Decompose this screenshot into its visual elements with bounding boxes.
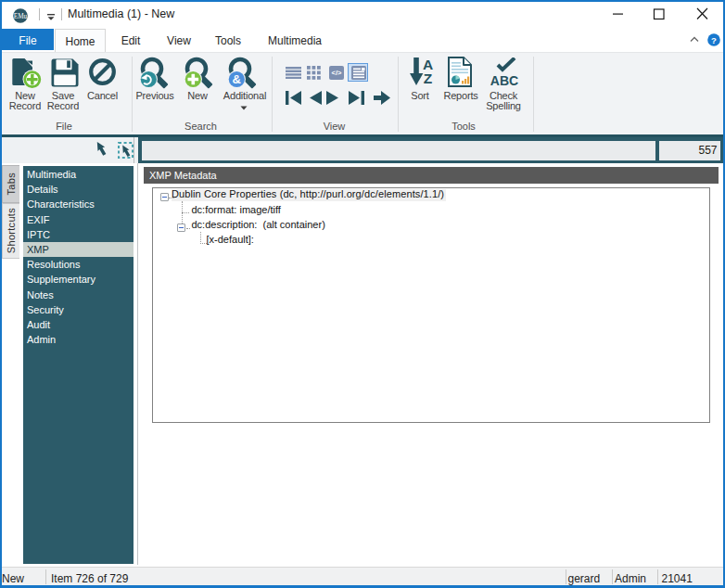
- titlebar-separator-2: [61, 8, 62, 20]
- svg-text:?: ?: [711, 35, 717, 45]
- previous-label: Previous: [132, 91, 178, 101]
- sidebar-tab-tabs[interactable]: Tabs: [2, 165, 19, 203]
- field-bar-row: 557: [2, 137, 723, 163]
- label-line: Spelling: [486, 100, 521, 111]
- collapse-expander-icon[interactable]: [177, 224, 185, 232]
- maximize-button[interactable]: [639, 2, 680, 29]
- first-record-icon[interactable]: [286, 91, 301, 105]
- new-search-label: New: [174, 91, 221, 101]
- main-panel: XMP Metadata Dublin Core Properties (dc,…: [138, 163, 723, 565]
- sidebar-item-resolutions[interactable]: Resolutions: [23, 257, 134, 272]
- sidebar-item-notes[interactable]: Notes: [23, 288, 134, 302]
- ribbon: NewRecord SaveRecord Cancel: [2, 52, 723, 134]
- minimize-button[interactable]: [598, 2, 639, 29]
- label-line: Record: [47, 100, 79, 111]
- app-window: EMu Multimedia (1) - New File Home Edit …: [0, 0, 725, 588]
- svg-text:</>: </>: [332, 69, 342, 77]
- help-icon[interactable]: ?: [707, 33, 720, 46]
- quick-access-dropdown-icon[interactable]: [46, 14, 57, 21]
- sidebar-item-supplementary[interactable]: Supplementary: [23, 272, 134, 287]
- svg-text:ABC: ABC: [490, 73, 518, 87]
- status-role: Admin: [615, 572, 646, 585]
- status-mode: New: [2, 572, 24, 585]
- group-label-view: View: [298, 121, 372, 132]
- additional-dropdown-icon: [240, 106, 248, 110]
- code-view-icon[interactable]: </>: [329, 66, 344, 80]
- sidebar-item-multimedia[interactable]: Multimedia: [23, 167, 134, 182]
- check-spelling-icon: ABC: [489, 58, 520, 87]
- additional-label: Additional: [218, 91, 272, 101]
- tree-item-label: [x-default]:: [207, 234, 254, 245]
- tree-row-x-default[interactable]: [x-default]:: [153, 236, 709, 251]
- title-bar: EMu Multimedia (1) - New: [2, 2, 723, 29]
- status-separator: [612, 569, 613, 584]
- reports-label: Reports: [437, 91, 485, 101]
- goto-record-icon[interactable]: [374, 91, 390, 105]
- collapse-ribbon-icon[interactable]: [690, 36, 699, 43]
- new-search-icon: [183, 57, 218, 91]
- emu-logo-text: EMu: [14, 13, 28, 20]
- field-bar-left: [2, 137, 134, 163]
- sidebar-tab-shortcuts-label: Shortcuts: [6, 208, 17, 253]
- cancel-label: Cancel: [79, 91, 127, 101]
- tree-item-label: Dublin Core Properties (dc, http://purl.…: [172, 188, 444, 199]
- group-label-file: File: [27, 121, 101, 132]
- tree-item-label: dc:format: image/tiff: [192, 204, 281, 215]
- last-record-icon[interactable]: [349, 91, 364, 105]
- tab-edit[interactable]: Edit: [106, 29, 156, 52]
- new-record-icon: [12, 58, 42, 90]
- collapse-expander-icon[interactable]: [160, 193, 169, 201]
- tab-multimedia[interactable]: Multimedia: [254, 29, 336, 52]
- svg-text:Z: Z: [424, 70, 433, 86]
- group-label-search: Search: [164, 121, 238, 132]
- label-line: Record: [9, 100, 41, 111]
- xmp-tree: Dublin Core Properties (dc, http://purl.…: [152, 187, 710, 423]
- sidebar-item-iptc[interactable]: IPTC: [23, 227, 134, 242]
- group-separator: [272, 57, 273, 132]
- save-record-icon: [51, 58, 79, 87]
- tab-home[interactable]: Home: [55, 29, 106, 52]
- tree-item-label: dc:description: (alt container): [192, 219, 325, 230]
- group-label-tools: Tools: [426, 121, 501, 132]
- check-spelling-label: CheckSpelling: [479, 91, 528, 111]
- close-button[interactable]: [682, 2, 723, 29]
- sidebar-item-audit[interactable]: Audit: [23, 317, 134, 332]
- sidebar-item-security[interactable]: Security: [23, 302, 134, 317]
- ribbon-tab-row: File Home Edit View Tools Multimedia ?: [2, 29, 723, 52]
- status-record-id: 21041: [662, 572, 693, 585]
- status-bar: New Item 726 of 729 gerard Admin 21041: [2, 567, 723, 585]
- sidebar-item-exif[interactable]: EXIF: [23, 212, 134, 227]
- window-title: Multimedia (1) - New: [68, 7, 174, 20]
- sidebar-item-xmp[interactable]: XMP: [23, 242, 134, 257]
- tab-tools[interactable]: Tools: [202, 29, 254, 52]
- previous-record-icon[interactable]: [310, 91, 322, 105]
- page-view-icon: [351, 66, 366, 80]
- tree-connector: [182, 212, 189, 213]
- list-view-icon[interactable]: [286, 67, 301, 79]
- summary-field[interactable]: [142, 141, 655, 160]
- sidebar-tab-shortcuts[interactable]: Shortcuts: [2, 203, 19, 259]
- previous-search-icon: [138, 57, 173, 91]
- tab-view[interactable]: View: [156, 29, 202, 52]
- group-separator: [533, 57, 534, 132]
- additional-search-icon: &: [226, 57, 261, 91]
- drag-select-icon[interactable]: [118, 142, 134, 159]
- status-separator: [566, 569, 566, 584]
- cancel-icon: [89, 58, 116, 85]
- next-record-icon[interactable]: [326, 91, 338, 105]
- sidebar-tab-list: Multimedia Details Characteristics EXIF …: [23, 166, 134, 564]
- tab-file[interactable]: File: [2, 29, 54, 50]
- sidebar-tab-tabs-label: Tabs: [6, 173, 17, 195]
- cursor-arrow-icon[interactable]: [95, 141, 108, 158]
- page-view-button-selected[interactable]: [348, 63, 368, 82]
- window-body: Tabs Shortcuts Multimedia Details Charac…: [2, 163, 723, 567]
- svg-text:&: &: [233, 72, 241, 86]
- titlebar-separator: [39, 8, 40, 20]
- record-number-field[interactable]: 557: [659, 141, 720, 160]
- sidebar-item-admin[interactable]: Admin: [23, 332, 134, 347]
- sidebar-item-characteristics[interactable]: Characteristics: [23, 197, 134, 211]
- grid-view-icon[interactable]: [307, 66, 321, 80]
- emu-logo-icon: EMu: [13, 8, 28, 23]
- sort-icon: A Z: [408, 58, 434, 86]
- sidebar-item-details[interactable]: Details: [23, 182, 134, 197]
